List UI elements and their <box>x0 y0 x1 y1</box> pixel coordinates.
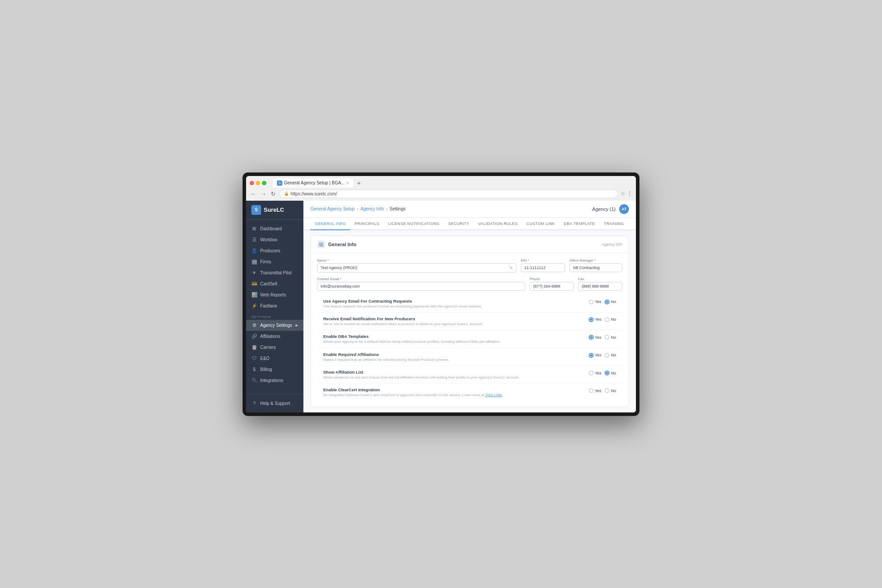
show-affiliation-yes-radio[interactable]: Yes <box>589 371 602 375</box>
show-affiliation-yes-input[interactable] <box>589 371 594 375</box>
tab-dba-template[interactable]: DBA TEMPLATE <box>559 218 599 230</box>
sidebar-item-cardsell[interactable]: 💳 CardSell <box>246 278 303 289</box>
breadcrumb-agency-info[interactable]: Agency Info <box>360 206 384 211</box>
enable-dba-yes-input[interactable] <box>589 335 594 340</box>
sidebar-item-billing[interactable]: $ Billing <box>246 364 303 375</box>
use-agency-email-no-input[interactable] <box>605 300 609 304</box>
web-reports-icon: 📊 <box>251 292 257 298</box>
general-info-header: 🏢 General Info Agency ID# <box>311 236 628 253</box>
sidebar-item-transmittal-pilot[interactable]: ✈ Transmittal Pilot <box>246 267 303 278</box>
setting-show-affiliation-list-title: Show Affiliation List <box>323 370 580 375</box>
sidebar-item-label: Firms <box>260 259 271 264</box>
setting-enable-dba-radio: Yes No <box>589 334 616 340</box>
enable-dba-yes-radio[interactable]: Yes <box>589 335 602 340</box>
sidebar-item-label: Help & Support <box>260 401 290 406</box>
office-manager-input[interactable]: SB Contracting <box>569 263 622 272</box>
sidebar-item-label: Dashboard <box>260 226 282 231</box>
office-manager-value: SB Contracting <box>573 266 600 270</box>
eo-icon: 🛡 <box>251 356 257 361</box>
sidebar-item-firms[interactable]: 🏢 Firms <box>246 256 303 267</box>
workbox-icon: ☰ <box>251 237 257 243</box>
top-bar: General Agency Setup › Agency Info › Set… <box>303 201 636 218</box>
general-info-title: 🏢 General Info <box>317 240 356 248</box>
office-manager-field-group: Office Manager * SB Contracting <box>569 258 622 273</box>
phone-label: Phone <box>530 277 574 281</box>
close-button[interactable] <box>250 181 254 185</box>
clearcert-no-radio[interactable]: No <box>605 388 616 393</box>
fax-input[interactable]: (888) 888-8888 <box>578 282 622 291</box>
sidebar-nav: ⊞ Dashboard ☰ Workbox 👤 Producers 🏢 <box>246 220 303 394</box>
minimize-button[interactable] <box>256 181 260 185</box>
setting-show-affiliation-list-radio: Yes No <box>589 370 616 375</box>
receive-email-no-radio[interactable]: No <box>605 317 616 322</box>
name-input[interactable]: Test Agency (PROD) ✎ <box>317 263 516 273</box>
setting-use-agency-email-desc: This feature replaces the producer's ema… <box>323 304 580 309</box>
tab-license-notifications[interactable]: LICENSE NOTIFICATIONS <box>384 218 444 230</box>
sidebar-item-label: Affiliations <box>260 334 280 339</box>
clearcert-no-input[interactable] <box>605 388 609 393</box>
sidebar-item-affiliations[interactable]: 🔗 Affiliations <box>246 331 303 342</box>
general-info-title-text: General Info <box>328 242 356 247</box>
receive-email-yes-radio[interactable]: Yes <box>589 317 602 322</box>
breadcrumb-general-agency-setup[interactable]: General Agency Setup <box>310 206 355 211</box>
clearcert-yes-radio[interactable]: Yes <box>589 388 602 393</box>
sidebar-item-producers[interactable]: 👤 Producers <box>246 245 303 256</box>
required-affiliations-no-radio[interactable]: No <box>605 353 616 358</box>
show-affiliation-no-radio[interactable]: No <box>605 371 616 375</box>
use-agency-email-yes-radio[interactable]: Yes <box>589 300 602 304</box>
back-button[interactable]: ← <box>250 190 257 198</box>
contact-email-input[interactable]: info@surancebay.com <box>317 282 525 291</box>
sidebar-item-carriers[interactable]: 📋 Carriers <box>246 342 303 353</box>
sidebar-item-workbox[interactable]: ☰ Workbox <box>246 234 303 245</box>
sidebar-item-integrations[interactable]: 🔌 Integrations <box>246 375 303 386</box>
sidebar-item-help-support[interactable]: ? Help & Support <box>246 398 303 409</box>
sidebar-item-web-reports[interactable]: 📊 Web Reports <box>246 289 303 300</box>
agency-avatar[interactable]: AT <box>619 204 629 214</box>
sidebar-item-agency-settings[interactable]: ⚙ Agency Settings ▶ <box>246 320 303 331</box>
sidebar-item-label: Billing <box>260 367 272 372</box>
tab-training[interactable]: TRAINING <box>599 218 628 230</box>
ein-input[interactable]: 11-1111112 <box>521 263 565 272</box>
enable-dba-no-input[interactable] <box>605 335 609 340</box>
tab-security[interactable]: SECURITY <box>444 218 474 230</box>
sidebar-item-dashboard[interactable]: ⊞ Dashboard <box>246 223 303 234</box>
breadcrumb-settings: Settings <box>390 206 406 211</box>
tab-custom-link[interactable]: CUSTOM LINK <box>522 218 560 230</box>
use-agency-email-yes-input[interactable] <box>589 300 594 304</box>
required-affiliations-no-input[interactable] <box>605 353 609 358</box>
reload-button[interactable]: ↻ <box>270 190 277 198</box>
clearcert-yes-input[interactable] <box>589 388 594 393</box>
receive-email-no-input[interactable] <box>605 317 609 322</box>
cardsell-icon: 💳 <box>251 281 257 287</box>
required-affiliations-yes-input[interactable] <box>589 353 594 358</box>
maximize-button[interactable] <box>262 181 266 185</box>
billing-icon: $ <box>251 367 257 372</box>
sidebar-item-eo[interactable]: 🛡 E&O <box>246 353 303 364</box>
top-bar-right: Agency (1) AT <box>592 204 629 214</box>
forward-button[interactable]: → <box>260 190 267 198</box>
receive-email-yes-input[interactable] <box>589 317 594 322</box>
phone-input[interactable]: (877) 264-6888 <box>530 282 574 291</box>
setting-clearcert-title: Enable ClearCert Integration <box>323 387 580 392</box>
tab-general-info[interactable]: GENERAL INFO <box>310 218 350 230</box>
tab-close-icon[interactable]: × <box>347 181 349 185</box>
address-bar[interactable]: 🔒 https://www.surelc.com/ <box>279 190 618 198</box>
sidebar-item-fastlane[interactable]: ⚡ Fastlane <box>246 300 303 311</box>
new-tab-button[interactable]: + <box>355 179 363 187</box>
required-affiliations-yes-radio[interactable]: Yes <box>589 353 602 358</box>
use-agency-email-no-radio[interactable]: No <box>605 300 616 304</box>
bookmark-icon[interactable]: ☆ <box>620 191 625 197</box>
no-label: No <box>611 300 616 304</box>
name-field-group: Name * Test Agency (PROD) ✎ <box>317 258 516 273</box>
tab-principals[interactable]: PRINCIPALS <box>350 218 384 230</box>
enable-dba-no-radio[interactable]: No <box>605 335 616 340</box>
setting-receive-email-desc: Set to Yes to receive an email notificat… <box>323 322 580 326</box>
tab-validation-rules[interactable]: VALIDATION RULES <box>474 218 522 230</box>
setting-receive-email-info: Receive Email Notification For New Produ… <box>323 316 589 326</box>
show-affiliation-no-input[interactable] <box>605 371 609 375</box>
general-info-card: 🏢 General Info Agency ID# Name * <box>310 236 629 407</box>
clearcert-link[interactable]: THIS LINK <box>485 393 502 397</box>
active-tab[interactable]: S General Agency Setup | BGA... × <box>273 179 353 187</box>
menu-icon[interactable]: ⋮ <box>627 191 632 197</box>
contact-email-value: info@surancebay.com <box>321 284 360 288</box>
